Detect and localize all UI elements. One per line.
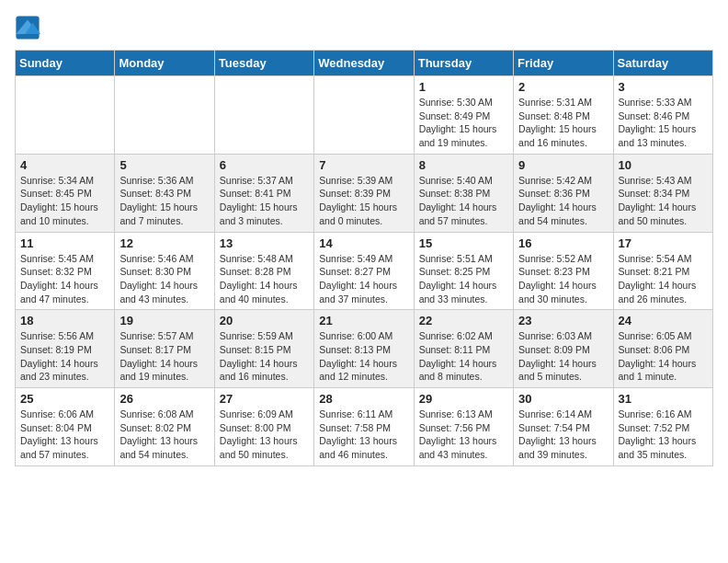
day-info: Sunrise: 5:57 AM Sunset: 8:17 PM Dayligh… (119, 329, 209, 384)
calendar-cell: 2Sunrise: 5:31 AM Sunset: 8:48 PM Daylig… (514, 76, 613, 155)
day-info: Sunrise: 5:43 AM Sunset: 8:34 PM Dayligh… (619, 174, 708, 228)
day-number: 17 (619, 236, 708, 250)
calendar-cell: 7Sunrise: 5:39 AM Sunset: 8:39 PM Daylig… (314, 154, 414, 232)
calendar-cell: 25Sunrise: 6:06 AM Sunset: 8:04 PM Dayli… (16, 388, 115, 466)
calendar-week-2: 4Sunrise: 5:34 AM Sunset: 8:45 PM Daylig… (16, 154, 713, 232)
calendar-cell: 1Sunrise: 5:30 AM Sunset: 8:49 PM Daylig… (414, 76, 513, 155)
day-info: Sunrise: 6:02 AM Sunset: 8:11 PM Dayligh… (419, 329, 508, 384)
calendar-cell: 31Sunrise: 6:16 AM Sunset: 7:52 PM Dayli… (613, 388, 712, 466)
day-number: 27 (220, 392, 309, 406)
day-info: Sunrise: 6:14 AM Sunset: 7:54 PM Dayligh… (518, 408, 608, 462)
day-number: 29 (419, 392, 508, 406)
day-number: 11 (20, 236, 109, 250)
calendar-cell: 4Sunrise: 5:34 AM Sunset: 8:45 PM Daylig… (16, 154, 115, 232)
calendar-cell: 16Sunrise: 5:52 AM Sunset: 8:23 PM Dayli… (514, 232, 613, 310)
day-info: Sunrise: 5:54 AM Sunset: 8:21 PM Dayligh… (619, 252, 708, 306)
calendar-header-row: SundayMondayTuesdayWednesdayThursdayFrid… (16, 51, 713, 76)
day-number: 10 (619, 158, 708, 172)
day-header-saturday: Saturday (613, 51, 712, 76)
day-info: Sunrise: 5:52 AM Sunset: 8:23 PM Dayligh… (518, 252, 608, 306)
day-number: 8 (419, 158, 508, 172)
calendar-cell: 29Sunrise: 6:13 AM Sunset: 7:56 PM Dayli… (414, 388, 513, 466)
day-info: Sunrise: 6:00 AM Sunset: 8:13 PM Dayligh… (319, 329, 408, 384)
calendar-cell: 24Sunrise: 6:05 AM Sunset: 8:06 PM Dayli… (613, 310, 712, 388)
calendar-cell: 6Sunrise: 5:37 AM Sunset: 8:41 PM Daylig… (214, 154, 313, 232)
day-number: 18 (20, 314, 109, 327)
day-number: 30 (518, 392, 608, 406)
day-info: Sunrise: 5:33 AM Sunset: 8:46 PM Dayligh… (619, 96, 708, 150)
day-number: 5 (119, 158, 209, 172)
calendar-cell: 13Sunrise: 5:48 AM Sunset: 8:28 PM Dayli… (214, 232, 313, 310)
day-info: Sunrise: 5:34 AM Sunset: 8:45 PM Dayligh… (20, 174, 109, 228)
calendar-cell (314, 76, 414, 155)
calendar-cell: 19Sunrise: 5:57 AM Sunset: 8:17 PM Dayli… (115, 310, 214, 388)
calendar-cell: 10Sunrise: 5:43 AM Sunset: 8:34 PM Dayli… (613, 154, 712, 232)
calendar-cell: 15Sunrise: 5:51 AM Sunset: 8:25 PM Dayli… (414, 232, 513, 310)
day-number: 15 (419, 236, 508, 250)
calendar-cell: 27Sunrise: 6:09 AM Sunset: 8:00 PM Dayli… (214, 388, 313, 466)
calendar-cell: 14Sunrise: 5:49 AM Sunset: 8:27 PM Dayli… (314, 232, 414, 310)
calendar-week-1: 1Sunrise: 5:30 AM Sunset: 8:49 PM Daylig… (16, 76, 713, 155)
day-number: 13 (220, 236, 309, 250)
day-info: Sunrise: 5:39 AM Sunset: 8:39 PM Dayligh… (319, 174, 408, 228)
calendar-cell: 21Sunrise: 6:00 AM Sunset: 8:13 PM Dayli… (314, 310, 414, 388)
day-info: Sunrise: 5:46 AM Sunset: 8:30 PM Dayligh… (119, 252, 209, 306)
day-number: 1 (419, 80, 508, 94)
day-number: 20 (220, 314, 309, 327)
day-info: Sunrise: 6:16 AM Sunset: 7:52 PM Dayligh… (619, 408, 708, 462)
day-number: 3 (619, 80, 708, 94)
calendar-cell: 12Sunrise: 5:46 AM Sunset: 8:30 PM Dayli… (115, 232, 214, 310)
calendar-cell (214, 76, 313, 155)
calendar-cell: 11Sunrise: 5:45 AM Sunset: 8:32 PM Dayli… (16, 232, 115, 310)
day-number: 26 (119, 392, 209, 406)
calendar-table: SundayMondayTuesdayWednesdayThursdayFrid… (15, 50, 713, 466)
day-header-wednesday: Wednesday (314, 51, 414, 76)
day-info: Sunrise: 6:06 AM Sunset: 8:04 PM Dayligh… (20, 408, 109, 462)
day-info: Sunrise: 6:09 AM Sunset: 8:00 PM Dayligh… (220, 408, 309, 462)
day-info: Sunrise: 5:48 AM Sunset: 8:28 PM Dayligh… (220, 252, 309, 306)
day-header-thursday: Thursday (414, 51, 513, 76)
day-info: Sunrise: 5:42 AM Sunset: 8:36 PM Dayligh… (518, 174, 608, 228)
day-info: Sunrise: 5:31 AM Sunset: 8:48 PM Dayligh… (518, 96, 608, 150)
calendar-cell: 26Sunrise: 6:08 AM Sunset: 8:02 PM Dayli… (115, 388, 214, 466)
day-info: Sunrise: 5:30 AM Sunset: 8:49 PM Dayligh… (419, 96, 508, 150)
day-info: Sunrise: 5:51 AM Sunset: 8:25 PM Dayligh… (419, 252, 508, 306)
day-number: 19 (119, 314, 209, 327)
day-number: 31 (619, 392, 708, 406)
day-number: 7 (319, 158, 408, 172)
day-info: Sunrise: 5:36 AM Sunset: 8:43 PM Dayligh… (119, 174, 209, 228)
calendar-week-5: 25Sunrise: 6:06 AM Sunset: 8:04 PM Dayli… (16, 388, 713, 466)
day-info: Sunrise: 6:05 AM Sunset: 8:06 PM Dayligh… (619, 329, 708, 384)
day-number: 12 (119, 236, 209, 250)
day-info: Sunrise: 5:56 AM Sunset: 8:19 PM Dayligh… (20, 329, 109, 384)
calendar-cell (115, 76, 214, 155)
calendar-week-3: 11Sunrise: 5:45 AM Sunset: 8:32 PM Dayli… (16, 232, 713, 310)
logo-icon (15, 15, 40, 40)
day-header-monday: Monday (115, 51, 214, 76)
day-number: 6 (220, 158, 309, 172)
day-info: Sunrise: 6:03 AM Sunset: 8:09 PM Dayligh… (518, 329, 608, 384)
day-info: Sunrise: 6:13 AM Sunset: 7:56 PM Dayligh… (419, 408, 508, 462)
day-number: 28 (319, 392, 408, 406)
day-number: 16 (518, 236, 608, 250)
day-number: 21 (319, 314, 408, 327)
calendar-cell: 5Sunrise: 5:36 AM Sunset: 8:43 PM Daylig… (115, 154, 214, 232)
calendar-cell: 23Sunrise: 6:03 AM Sunset: 8:09 PM Dayli… (514, 310, 613, 388)
day-number: 4 (20, 158, 109, 172)
page-header (15, 15, 713, 40)
day-number: 9 (518, 158, 608, 172)
day-info: Sunrise: 5:45 AM Sunset: 8:32 PM Dayligh… (20, 252, 109, 306)
calendar-cell: 3Sunrise: 5:33 AM Sunset: 8:46 PM Daylig… (613, 76, 712, 155)
day-number: 22 (419, 314, 508, 327)
calendar-cell: 28Sunrise: 6:11 AM Sunset: 7:58 PM Dayli… (314, 388, 414, 466)
calendar-cell: 17Sunrise: 5:54 AM Sunset: 8:21 PM Dayli… (613, 232, 712, 310)
day-info: Sunrise: 5:49 AM Sunset: 8:27 PM Dayligh… (319, 252, 408, 306)
day-info: Sunrise: 5:37 AM Sunset: 8:41 PM Dayligh… (220, 174, 309, 228)
day-number: 23 (518, 314, 608, 327)
calendar-cell: 22Sunrise: 6:02 AM Sunset: 8:11 PM Dayli… (414, 310, 513, 388)
day-header-tuesday: Tuesday (214, 51, 313, 76)
day-info: Sunrise: 5:59 AM Sunset: 8:15 PM Dayligh… (220, 329, 309, 384)
logo (15, 15, 44, 40)
day-info: Sunrise: 6:08 AM Sunset: 8:02 PM Dayligh… (119, 408, 209, 462)
day-header-friday: Friday (514, 51, 613, 76)
